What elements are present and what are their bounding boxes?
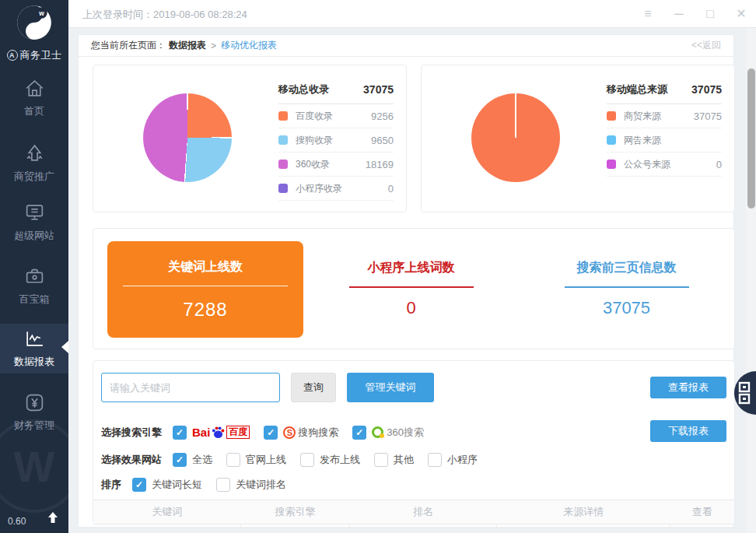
legend-value: 9650 xyxy=(371,135,394,146)
close-icon[interactable]: ✕ xyxy=(734,8,748,20)
qr-float-button[interactable] xyxy=(734,371,756,415)
mobile-index-pie-chart xyxy=(143,93,232,182)
legend-total: 37075 xyxy=(691,83,722,96)
sidebar-item-label: 数据报表 xyxy=(14,355,54,369)
legend-title: 移动总收录 xyxy=(278,82,329,96)
menu-icon[interactable]: ≡ xyxy=(641,8,655,20)
home-icon xyxy=(24,78,45,99)
legend-swatch xyxy=(278,160,288,169)
stat-label: 小程序上线词数 xyxy=(368,260,455,276)
option-label: 关键词长短 xyxy=(152,478,202,492)
back-link[interactable]: <<返回 xyxy=(691,39,721,52)
main-area: 上次登录时间：2019-08-06 08:28:24 ≡ ─ □ ✕ 您当前所在… xyxy=(68,0,756,533)
stat-divider xyxy=(565,286,689,288)
legend-total: 37075 xyxy=(363,83,394,96)
keyword-online-stat[interactable]: 关键词上线数 7288 xyxy=(107,241,303,338)
column-view: 查看 xyxy=(670,505,734,519)
brand-badge-icon: A xyxy=(7,50,18,61)
mobile-index-legend: 移动总收录 37075 百度收录 9256 搜狗收录 9650 xyxy=(278,82,394,201)
legend-swatch xyxy=(607,135,616,145)
sidebar-item-promotion[interactable]: 商贸推广 xyxy=(0,143,68,193)
option-label: 关键词排名 xyxy=(236,478,286,492)
legend-value: 9256 xyxy=(371,110,394,122)
site-filter-row: 选择效果网站 全选 官网上线 发布上线 xyxy=(101,453,484,467)
brand: A 商务卫士 xyxy=(0,48,68,62)
breadcrumb: 您当前所在页面：数据报表 > 移动优化报表 <<返回 xyxy=(79,35,733,57)
keyword-rank-checkbox[interactable] xyxy=(216,478,230,492)
sidebar-item-toolbox[interactable]: 百宝箱 xyxy=(0,266,68,316)
legend-value: 0 xyxy=(716,159,722,170)
360-logo-icon: 360搜索 xyxy=(372,426,424,440)
stat-value: 37075 xyxy=(603,298,650,318)
sogou-logo-icon: S 搜狗搜索 xyxy=(283,426,338,440)
download-report-button[interactable]: 下载报表 xyxy=(650,420,726,442)
sort-label: 排序 xyxy=(101,478,121,492)
watermark-letter: W xyxy=(14,441,55,492)
column-rank: 排名 xyxy=(350,505,498,519)
brand-name: 商务卫士 xyxy=(20,48,62,62)
official-site-checkbox[interactable] xyxy=(226,453,240,467)
legend-label: 搜狗收录 xyxy=(296,134,333,147)
miniprogram-words-stat[interactable]: 小程序上线词数 0 xyxy=(303,229,519,349)
site-option-official: 官网上线 xyxy=(226,453,286,467)
breadcrumb-section[interactable]: 数据报表 xyxy=(169,39,206,52)
site-option-publish: 发布上线 xyxy=(300,453,360,467)
breadcrumb-current[interactable]: 移动优化报表 xyxy=(221,39,277,52)
legend-item: 小程序收录 0 xyxy=(278,177,394,201)
legend-item: 360收录 18169 xyxy=(278,153,394,177)
query-button[interactable]: 查询 xyxy=(291,373,336,402)
sogou-checkbox[interactable] xyxy=(264,426,278,440)
scrollbar-thumb[interactable] xyxy=(747,68,755,209)
stat-value: 0 xyxy=(406,298,415,318)
app-window: w A 商务卫士 首页 商贸推广 超级网站 xyxy=(0,0,756,533)
legend-swatch xyxy=(278,184,288,193)
content-area: 您当前所在页面：数据报表 > 移动优化报表 <<返回 移动总收录 37075 xyxy=(68,28,756,533)
scroll-top-button[interactable] xyxy=(47,511,59,527)
keyword-input[interactable] xyxy=(101,373,280,402)
legend-swatch xyxy=(278,135,288,145)
view-report-button[interactable]: 查看报表 xyxy=(650,377,726,398)
360-ring-icon xyxy=(372,426,383,438)
maximize-icon[interactable]: □ xyxy=(703,8,717,20)
other-checkbox[interactable] xyxy=(374,453,388,467)
column-source: 来源详情 xyxy=(497,505,670,519)
legend-value: 37075 xyxy=(694,110,722,122)
active-notch-icon xyxy=(61,341,68,353)
option-label: 其他 xyxy=(394,453,414,467)
legend-label: 商贸来源 xyxy=(624,110,661,123)
keyword-length-checkbox[interactable] xyxy=(132,478,146,492)
top3-pages-stat[interactable]: 搜索前三页信息数 37075 xyxy=(519,229,734,349)
breadcrumb-prefix: 您当前所在页面： xyxy=(91,39,166,52)
select-all-checkbox[interactable] xyxy=(173,453,187,467)
site-option-miniprogram: 小程序 xyxy=(428,453,478,467)
360-logo-text: 360搜索 xyxy=(387,426,424,440)
360-checkbox[interactable] xyxy=(352,426,366,440)
scrollbar-track[interactable] xyxy=(746,28,756,533)
sort-option-length: 关键词长短 xyxy=(132,478,202,492)
sidebar-item-website[interactable]: 超级网站 xyxy=(0,202,68,252)
yinyang-logo-icon: w xyxy=(15,3,54,42)
manage-keywords-button[interactable]: 管理关键词 xyxy=(347,373,434,402)
table-row xyxy=(93,524,734,531)
sogou-s-icon: S xyxy=(283,426,296,439)
miniprogram-checkbox[interactable] xyxy=(428,453,442,467)
engine-option-baidu: Bai 百度 xyxy=(173,425,250,440)
stat-label: 搜索前三页信息数 xyxy=(577,260,677,276)
table-cell xyxy=(670,524,734,531)
page-panel: 您当前所在页面：数据报表 > 移动优化报表 <<返回 移动总收录 37075 xyxy=(78,34,734,528)
version-label: 0.60 xyxy=(8,516,26,527)
sidebar-item-home[interactable]: 首页 xyxy=(0,78,68,128)
monitor-icon xyxy=(24,202,45,223)
engine-filter-label: 选择搜索引擎 xyxy=(101,426,162,440)
stat-divider xyxy=(349,286,474,288)
legend-value: 0 xyxy=(388,183,394,195)
legend-label: 百度收录 xyxy=(296,110,333,123)
legend-item: 网告来源 xyxy=(607,128,722,153)
baidu-checkbox[interactable] xyxy=(173,426,187,440)
publish-checkbox[interactable] xyxy=(300,453,314,467)
site-option-other: 其他 xyxy=(374,453,414,467)
sort-row: 排序 关键词长短 关键词排名 xyxy=(101,478,292,492)
sidebar-item-data-report[interactable]: 数据报表 xyxy=(0,324,68,373)
stat-label: 关键词上线数 xyxy=(168,259,243,275)
minimize-icon[interactable]: ─ xyxy=(672,8,686,20)
